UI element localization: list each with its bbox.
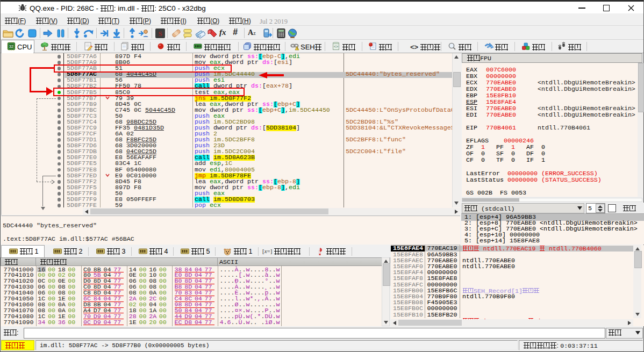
svg-text:!: ! [297, 47, 298, 50]
svg-text:S: S [158, 30, 162, 38]
svg-text:<>: <> [334, 45, 338, 48]
svg-text:32: 32 [9, 45, 13, 48]
